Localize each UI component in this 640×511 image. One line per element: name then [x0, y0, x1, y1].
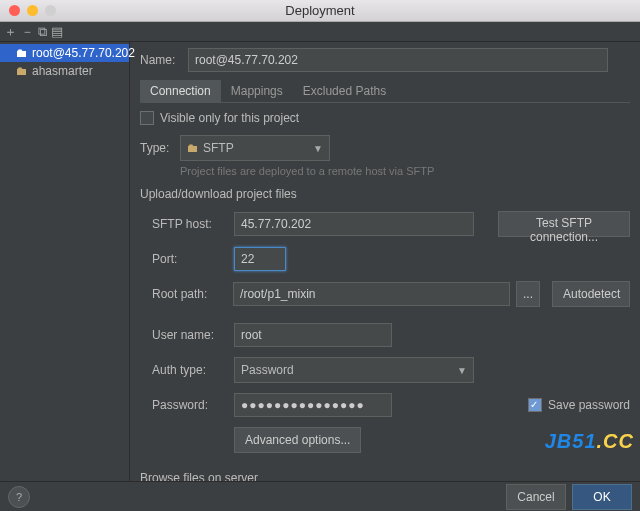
toolbar: ＋ － ⧉ ▤ [0, 22, 640, 42]
autodetect-button[interactable]: Autodetect [552, 281, 630, 307]
browse-section-title: Browse files on server [140, 471, 630, 481]
auth-type-dropdown[interactable]: Password ▼ [234, 357, 474, 383]
port-input[interactable] [234, 247, 286, 271]
auth-type-label: Auth type: [152, 363, 228, 377]
sidebar-item-root[interactable]: root@45.77.70.202 [0, 44, 129, 62]
add-button[interactable]: ＋ [4, 23, 17, 41]
save-password-label: Save password [548, 398, 630, 412]
type-dropdown[interactable]: SFTP ▼ [180, 135, 330, 161]
root-path-input[interactable] [233, 282, 510, 306]
password-input[interactable] [234, 393, 392, 417]
type-hint: Project files are deployed to a remote h… [180, 165, 630, 177]
save-password-checkbox[interactable] [528, 398, 542, 412]
sidebar-item-label: ahasmarter [32, 64, 93, 78]
remove-button[interactable]: － [21, 23, 34, 41]
folder-icon [187, 141, 199, 155]
server-icon [16, 46, 28, 60]
sftp-host-label: SFTP host: [152, 217, 228, 231]
visible-only-checkbox[interactable] [140, 111, 154, 125]
content: Name: Connection Mappings Excluded Paths… [130, 42, 640, 481]
paste-button[interactable]: ▤ [51, 24, 63, 39]
tabs: Connection Mappings Excluded Paths [140, 80, 630, 103]
name-input[interactable] [188, 48, 608, 72]
password-label: Password: [152, 398, 228, 412]
username-input[interactable] [234, 323, 392, 347]
sidebar: root@45.77.70.202 ahasmarter [0, 42, 130, 481]
root-path-label: Root path: [152, 287, 227, 301]
ok-button[interactable]: OK [572, 484, 632, 510]
server-icon [16, 64, 28, 78]
tab-connection[interactable]: Connection [140, 80, 221, 102]
help-button[interactable]: ? [8, 486, 30, 508]
chevron-down-icon: ▼ [313, 143, 323, 154]
visible-only-label: Visible only for this project [160, 111, 299, 125]
advanced-options-button[interactable]: Advanced options... [234, 427, 361, 453]
browse-root-path-button[interactable]: ... [516, 281, 540, 307]
cancel-button[interactable]: Cancel [506, 484, 566, 510]
tab-excluded-paths[interactable]: Excluded Paths [293, 80, 396, 102]
port-label: Port: [152, 252, 228, 266]
copy-button[interactable]: ⧉ [38, 24, 47, 40]
upload-section-title: Upload/download project files [140, 187, 630, 201]
titlebar: Deployment [0, 0, 640, 22]
test-connection-button[interactable]: Test SFTP connection... [498, 211, 630, 237]
sftp-host-input[interactable] [234, 212, 474, 236]
footer: ? Cancel OK [0, 481, 640, 511]
watermark: JB51.CC [545, 430, 634, 453]
type-label: Type: [140, 141, 180, 155]
sidebar-item-ahasmarter[interactable]: ahasmarter [0, 62, 129, 80]
window-title: Deployment [0, 3, 640, 18]
name-label: Name: [140, 53, 188, 67]
tab-mappings[interactable]: Mappings [221, 80, 293, 102]
sidebar-item-label: root@45.77.70.202 [32, 46, 135, 60]
username-label: User name: [152, 328, 228, 342]
chevron-down-icon: ▼ [457, 365, 467, 376]
